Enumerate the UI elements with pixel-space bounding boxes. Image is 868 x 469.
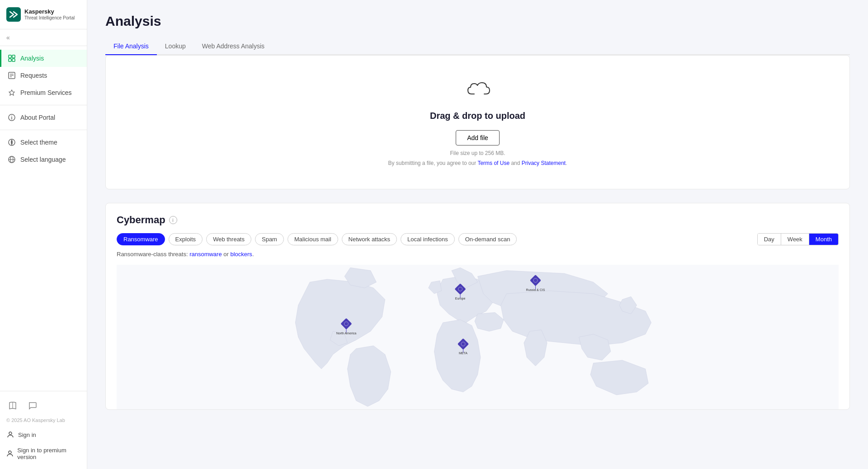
- page-title: Analysis: [105, 14, 850, 29]
- upload-drag-text: Drag & drop to upload: [430, 111, 525, 121]
- sidebar-nav: Analysis Requests Premium Services About…: [0, 46, 87, 391]
- logo-bottom: Threat Intelligence Portal: [24, 15, 75, 21]
- svg-rect-4: [12, 59, 15, 61]
- chat-icon-button[interactable]: [26, 399, 39, 412]
- upload-card: Drag & drop to upload Add file File size…: [105, 55, 850, 189]
- sidebar-item-about[interactable]: About Portal: [0, 109, 87, 126]
- svg-text:Europe: Europe: [455, 297, 466, 300]
- svg-point-11: [11, 116, 12, 117]
- sidebar-item-requests-label: Requests: [20, 72, 47, 79]
- sidebar-bottom: © 2025 AO Kaspersky Lab Sign in Sign in …: [0, 391, 87, 469]
- sidebar-item-about-label: About Portal: [20, 114, 55, 121]
- tab-lookup[interactable]: Lookup: [157, 38, 194, 55]
- time-filters: Day Week Month: [757, 233, 839, 245]
- ransomware-prefix: Ransomware-class threats:: [117, 251, 189, 258]
- time-btn-month[interactable]: Month: [809, 234, 838, 245]
- svg-rect-2: [12, 55, 15, 58]
- svg-point-17: [9, 432, 12, 435]
- and-text: and: [509, 160, 522, 166]
- ransomware-or: or: [222, 251, 231, 258]
- sidebar-item-analysis[interactable]: Analysis: [0, 50, 87, 67]
- cybermap-title: Cybermap: [117, 214, 165, 226]
- main-content: Analysis File Analysis Lookup Web Addres…: [87, 0, 868, 469]
- cybermap-filters: Ransomware Exploits Web threats Spam Mal…: [117, 233, 839, 245]
- sign-in-premium-icon: [6, 450, 14, 458]
- footer-copyright: © 2025 AO Kaspersky Lab: [0, 416, 87, 427]
- filter-chips: Ransomware Exploits Web threats Spam Mal…: [117, 233, 517, 245]
- logo-top: Kaspersky: [24, 8, 75, 15]
- cybermap-info-icon[interactable]: i: [169, 216, 177, 224]
- language-icon: [8, 155, 16, 164]
- analysis-tabs: File Analysis Lookup Web Address Analysi…: [105, 38, 850, 55]
- theme-icon: [8, 138, 16, 146]
- book-icon-button[interactable]: [6, 399, 19, 412]
- sidebar-item-language[interactable]: Select language: [0, 151, 87, 168]
- sign-in-premium-label: Sign in to premium version: [17, 447, 80, 460]
- ransomware-text: Ransomware-class threats: ransomware or …: [117, 251, 839, 258]
- sign-in-icon: [6, 431, 14, 439]
- cybermap-section: Cybermap i Ransomware Exploits Web threa…: [105, 203, 850, 410]
- ransomware-link1[interactable]: ransomware: [189, 251, 222, 258]
- requests-icon: [8, 71, 16, 80]
- nav-divider-2: [0, 130, 87, 130]
- sidebar-icon-row: [0, 396, 87, 416]
- svg-point-18: [9, 451, 11, 454]
- svg-rect-3: [9, 59, 11, 61]
- time-btn-week[interactable]: Week: [781, 234, 809, 245]
- terms-text: By submitting a file, you agree to our T…: [388, 160, 567, 166]
- sidebar-item-requests[interactable]: Requests: [0, 67, 87, 84]
- logo-container: Kaspersky Threat Intelligence Portal: [0, 0, 87, 29]
- analysis-icon: [8, 54, 16, 62]
- collapse-icon: «: [6, 34, 10, 41]
- chip-malicious-mail[interactable]: Malicious mail: [288, 233, 338, 245]
- chip-web-threats[interactable]: Web threats: [206, 233, 251, 245]
- ransomware-link2[interactable]: blockers: [230, 251, 252, 258]
- tab-web-address[interactable]: Web Address Analysis: [194, 38, 273, 55]
- sidebar-item-language-label: Select language: [20, 156, 66, 163]
- sidebar-item-theme[interactable]: Select theme: [0, 134, 87, 151]
- svg-text:Russia & CIS: Russia & CIS: [526, 288, 545, 291]
- chip-spam[interactable]: Spam: [255, 233, 284, 245]
- tab-file-analysis[interactable]: File Analysis: [105, 38, 157, 55]
- privacy-link[interactable]: Privacy Statement: [522, 160, 566, 166]
- sidebar-item-premium-label: Premium Services: [20, 89, 72, 96]
- add-file-button[interactable]: Add file: [456, 130, 500, 145]
- cybermap-map: North America Europe Russia & CIS: [117, 265, 839, 409]
- sidebar-item-premium[interactable]: Premium Services: [0, 84, 87, 101]
- sidebar-sign-in[interactable]: Sign in: [0, 427, 87, 443]
- terms-suffix: .: [566, 160, 567, 166]
- file-size-text: File size up to 256 MB.: [450, 150, 505, 156]
- logo-text: Kaspersky Threat Intelligence Portal: [24, 8, 75, 21]
- cloud-upload-icon: [464, 78, 491, 103]
- sidebar-collapse-button[interactable]: «: [0, 29, 87, 46]
- svg-text:META: META: [459, 352, 467, 355]
- terms-link[interactable]: Terms of Use: [477, 160, 509, 166]
- cybermap-header: Cybermap i: [117, 214, 839, 226]
- kaspersky-logo-icon: [6, 7, 21, 22]
- chip-on-demand-scan[interactable]: On-demand scan: [458, 233, 517, 245]
- time-btn-day[interactable]: Day: [758, 234, 781, 245]
- world-map-svg: North America Europe Russia & CIS: [117, 265, 839, 409]
- ransomware-suffix: .: [252, 251, 254, 258]
- svg-rect-1: [9, 55, 11, 58]
- chip-exploits[interactable]: Exploits: [169, 233, 203, 245]
- about-icon: [8, 113, 16, 122]
- sidebar: Kaspersky Threat Intelligence Portal « A…: [0, 0, 87, 469]
- sidebar-item-analysis-label: Analysis: [20, 55, 44, 62]
- premium-icon: [8, 89, 16, 97]
- sign-in-label: Sign in: [18, 431, 36, 438]
- sidebar-item-theme-label: Select theme: [20, 139, 57, 146]
- nav-divider: [0, 105, 87, 105]
- svg-text:North America: North America: [336, 332, 357, 335]
- chip-local-infections[interactable]: Local infections: [401, 233, 455, 245]
- terms-prefix: By submitting a file, you agree to our: [388, 160, 478, 166]
- chip-network-attacks[interactable]: Network attacks: [342, 233, 397, 245]
- sidebar-sign-in-premium[interactable]: Sign in to premium version: [0, 443, 87, 464]
- chip-ransomware[interactable]: Ransomware: [117, 233, 165, 245]
